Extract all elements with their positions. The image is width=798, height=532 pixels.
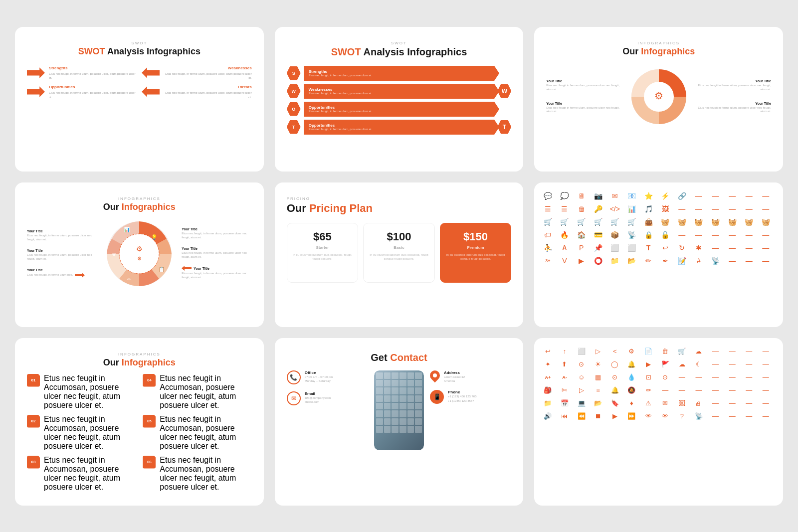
- info3-item-02: 02 Etus nec feugit in Accumosan, posuere…: [27, 415, 136, 451]
- main-grid: SWOT SWOT Analysis Infographics Strength…: [0, 12, 798, 521]
- icon-bubble: 💭: [559, 190, 570, 201]
- card-icons1: 💬 💭 🖥 📷 ✉ 📧 ⭐ ⚡ 🔗 — — — — — ☰ ☰ 🗑 🔑 </> …: [534, 182, 783, 327]
- icon2-scissors: ✄: [559, 385, 570, 396]
- info1-layout: Your Title Etus nec feugit in ferme ulum…: [546, 62, 771, 132]
- info1-desc3: Etus nec feugit in ferme ulum, posuere u…: [698, 84, 771, 92]
- icon2-eye2: 👁: [660, 411, 671, 422]
- weaknesses-arrow: [142, 66, 160, 80]
- icon-g3: —: [760, 255, 771, 266]
- svg-marker-18: [182, 266, 192, 271]
- building-windows: [374, 370, 424, 450]
- icon-e2: —: [693, 229, 704, 240]
- swot-opportunities: Opportunities Etus nec feugit, in ferme …: [27, 85, 137, 99]
- icon2-bag: 🎒: [542, 385, 553, 396]
- threats-desc: Etus nec feugit, in ferme ulum, posuere …: [164, 91, 251, 99]
- icon2-cloud: ☁: [693, 346, 704, 357]
- icon-d2: —: [693, 203, 704, 214]
- swot1-subtitle: SWOT: [27, 41, 252, 45]
- swot-w-letter: W: [497, 84, 511, 98]
- icon2-file: 📄: [643, 346, 654, 357]
- icon2-aminus: A-: [559, 372, 570, 383]
- icon2-dot: ⊙: [660, 372, 671, 383]
- info3-item-03: 03 Etus nec feugit in Accumosan, posuere…: [27, 456, 136, 492]
- icon-refresh: ↻: [676, 242, 687, 253]
- icon-pinterest: P: [576, 242, 587, 253]
- info3-num-03: 03: [27, 456, 40, 469]
- icon-f2: —: [727, 242, 738, 253]
- icon-e3: —: [710, 229, 721, 240]
- info3-item-01: 01 Etus nec feugit in Accumosan, posuere…: [27, 374, 136, 410]
- icon2-sun: ☀: [593, 359, 603, 370]
- building-image: [374, 370, 424, 450]
- card-icons2: ↩ ↑ ⬜ ▷ < ⚙ 📄 🗑 🛒 ☁ — — — — ✦ ⬆ ⊙ ☀ ◯ 🔔 …: [534, 338, 783, 506]
- icon2-bell2: 🔔: [609, 385, 620, 396]
- swot-w-hex: W: [287, 84, 301, 98]
- svg-text:💡: 💡: [151, 234, 158, 240]
- icon2-l3: —: [744, 398, 755, 409]
- icon2-mail3: ✉: [660, 398, 671, 409]
- icon2-j5: —: [744, 372, 755, 383]
- info2-item2: Your Title Etus nec feugit, in ferme ulu…: [27, 249, 97, 261]
- info2-desc5: Etus nec feugit, in ferme ulum, posuere …: [182, 251, 251, 259]
- plan-starter[interactable]: $65 Starter In eu eiusmod laborum duis o…: [287, 223, 359, 283]
- icon-minus3: —: [727, 190, 738, 201]
- icon-home: 🏠: [576, 229, 587, 240]
- info2-label4: Your Title: [182, 227, 251, 231]
- icon2-i3: —: [744, 359, 755, 370]
- info2-item3: Your Title Etus nec feugit, in ferme ulu…: [27, 268, 97, 278]
- icon-music: 🎵: [643, 203, 654, 214]
- icon2-k3: —: [693, 385, 704, 396]
- icon2-moon: ☾: [693, 359, 704, 370]
- pricing-plans: $65 Starter In eu eiusmod laborum duis o…: [287, 223, 512, 283]
- plan-premium[interactable]: $150 Premium In eu eiusmod laborum duis …: [440, 223, 512, 283]
- icon2-eye: 👁: [643, 411, 654, 422]
- swot-w-bar: Weaknesses Etus nec feugit, in ferme ulu…: [304, 84, 495, 99]
- card-infographics2: INFOGRAPHICS Our Infographics Your Title…: [15, 182, 264, 327]
- icon2-bell: 🔔: [626, 359, 637, 370]
- icon2-i1: —: [710, 359, 721, 370]
- icon2-j4: —: [727, 372, 738, 383]
- icon-cart5: 🛒: [609, 216, 620, 227]
- icon-basket7: 🧺: [760, 216, 771, 227]
- threats-text: Threats Etus nec feugit, in ferme ulum, …: [164, 85, 251, 99]
- icons-grid-1: 💬 💭 🖥 📷 ✉ 📧 ⭐ ⚡ 🔗 — — — — — ☰ ☰ 🗑 🔑 </> …: [542, 190, 775, 266]
- plan-starter-desc: In eu eiusmod laborum duis occaecat, feu…: [292, 253, 353, 261]
- contact-info-left: 📞 Office 07:00 am – 07:00 pmMonday – Sat…: [287, 370, 368, 405]
- icon-edit1: ✏: [643, 255, 654, 266]
- phone-text: Phone +1 (123) 456 123 765+1 (1345) 123 …: [448, 390, 477, 403]
- icon2-volume: 🔊: [542, 411, 553, 422]
- info1-item2: Your Title Etus nec feugit in ferme ulum…: [546, 102, 619, 114]
- icon-d3: —: [710, 203, 721, 214]
- plan-basic-price: $100: [369, 230, 429, 243]
- icon2-j1: —: [676, 372, 687, 383]
- icon-chart: 📊: [626, 203, 637, 214]
- info3-text-02: Etus nec feugit in Accumosan, posuere ul…: [44, 415, 136, 451]
- icon-redo: ↩: [660, 242, 671, 253]
- address-pin-icon: [428, 368, 442, 382]
- info2-desc3: Etus nec feugit, in ferme ulum nec.: [27, 273, 73, 277]
- icon-star: ⭐: [643, 190, 654, 201]
- info2-item1: Your Title Etus nec feugit, in ferme ulu…: [27, 229, 97, 242]
- icon-bag1: 👜: [643, 216, 654, 227]
- contact-email-icon: ✉: [287, 391, 301, 405]
- icon2-rewind: ⏪: [576, 411, 587, 422]
- svg-text:📋: 📋: [159, 266, 165, 273]
- icon2-list: ≡: [593, 385, 603, 396]
- info3-num-06: 06: [143, 456, 156, 469]
- icon2-target: ⊙: [609, 372, 620, 383]
- info2-left-side: Your Title Etus nec feugit, in ferme ulu…: [27, 229, 97, 277]
- contact-layout: 📞 Office 07:00 am – 07:00 pmMonday – Sat…: [287, 370, 512, 450]
- contact-office-text: Office 07:00 am – 07:00 pmMonday – Satur…: [305, 370, 333, 383]
- svg-marker-1: [142, 67, 160, 78]
- icon2-folder2: 📂: [593, 398, 603, 409]
- contact-phone: 📱 Phone +1 (123) 456 123 765+1 (1345) 12…: [430, 390, 511, 404]
- icon-cart4: 🛒: [593, 216, 603, 227]
- icon2-grid: ▦: [593, 372, 603, 383]
- icon-circle: ⭕: [593, 255, 603, 266]
- icon-minus2: —: [710, 190, 721, 201]
- icon2-diamond: ♦: [626, 398, 637, 409]
- svg-marker-2: [27, 86, 45, 97]
- swot2-subtitle: SWOT: [287, 41, 512, 45]
- plan-basic[interactable]: $100 Basic In eu eiusmod laborum duis oc…: [363, 223, 435, 283]
- circular-chart: ⚙ ⚙ 💡 📊 👁 ✏ 📋: [102, 216, 177, 291]
